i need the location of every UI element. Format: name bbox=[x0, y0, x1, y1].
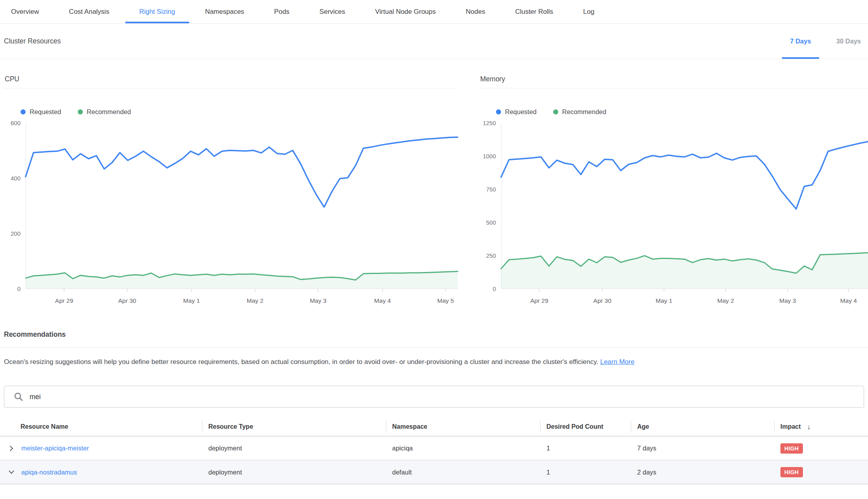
cpu-x-axis-labels: Apr 29Apr 30May 1May 2May 3May 4May 5 bbox=[26, 293, 458, 308]
search-icon bbox=[14, 392, 23, 401]
memory-chart-legend: RequestedRecommended bbox=[496, 108, 868, 116]
y-axis-tick-label: 750 bbox=[486, 186, 496, 193]
legend-label: Requested bbox=[30, 108, 61, 116]
x-axis-tick-label: Apr 30 bbox=[109, 297, 145, 304]
y-axis-tick-label: 0 bbox=[17, 285, 21, 292]
x-axis-tick-label: May 3 bbox=[770, 297, 805, 304]
table-body: meister-apiciqa-meisterdeploymentapiciqa… bbox=[0, 437, 868, 484]
y-axis-tick-label: 200 bbox=[11, 230, 21, 237]
table-header-row: Resource NameResource TypeNamespaceDesir… bbox=[0, 418, 868, 437]
impact-badge: HIGH bbox=[780, 443, 803, 454]
age-cell: 7 days bbox=[631, 437, 774, 460]
impact-badge: HIGH bbox=[780, 467, 803, 477]
y-axis-tick-label: 250 bbox=[486, 252, 496, 259]
legend-label: Requested bbox=[505, 108, 537, 116]
cpu-line-chart bbox=[26, 123, 458, 293]
legend-label: Recommended bbox=[562, 108, 606, 116]
column-header-impact[interactable]: Impact↓ bbox=[774, 418, 868, 435]
cpu-y-axis-labels: 0200400600 bbox=[4, 123, 26, 308]
tab-virtual-node-groups[interactable]: Virtual Node Groups bbox=[360, 0, 451, 23]
charts-row: CPU RequestedRecommended 0200400600 Apr … bbox=[0, 59, 868, 308]
tab-cost-analysis[interactable]: Cost Analysis bbox=[54, 0, 124, 23]
x-axis-tick-label: May 3 bbox=[300, 297, 336, 304]
column-header-desired-pod-count[interactable]: Desired Pod Count bbox=[540, 418, 631, 435]
resource-type-cell: deployment bbox=[202, 437, 386, 460]
search-input[interactable] bbox=[30, 393, 856, 401]
resource-type-cell: deployment bbox=[202, 461, 386, 484]
x-axis-tick-label: Apr 30 bbox=[585, 297, 620, 304]
recommendations-divider bbox=[0, 347, 868, 348]
column-header-age[interactable]: Age bbox=[631, 418, 774, 435]
column-header-label: Desired Pod Count bbox=[546, 423, 603, 430]
namespace-cell: default bbox=[386, 461, 540, 484]
tab-pods[interactable]: Pods bbox=[259, 0, 305, 23]
x-axis-tick-label: May 1 bbox=[646, 297, 682, 304]
sort-descending-icon[interactable]: ↓ bbox=[807, 423, 811, 431]
tab-namespaces[interactable]: Namespaces bbox=[190, 0, 259, 23]
range-option-30-days[interactable]: 30 Days bbox=[836, 24, 861, 59]
cpu-chart-panel: CPU RequestedRecommended 0200400600 Apr … bbox=[4, 59, 458, 308]
column-header-label: Resource Name bbox=[21, 423, 68, 430]
resource-name-link[interactable]: apiqa-nostradamus bbox=[21, 469, 77, 476]
column-header-resource-name[interactable]: Resource Name bbox=[0, 418, 202, 435]
column-header-label: Namespace bbox=[392, 423, 427, 430]
memory-chart-panel: Memory RequestedRecommended 025050075010… bbox=[479, 59, 868, 308]
section-title: Cluster Resources bbox=[4, 37, 61, 45]
column-header-namespace[interactable]: Namespace bbox=[386, 418, 540, 435]
tab-services[interactable]: Services bbox=[305, 0, 360, 23]
legend-item-recommended: Recommended bbox=[78, 108, 131, 116]
recommendations-description-text: Ocean's resizing suggestions will help y… bbox=[4, 358, 598, 366]
namespace-cell: apiciqa bbox=[386, 437, 540, 460]
resource-name-link[interactable]: meister-apiciqa-meister bbox=[21, 445, 89, 452]
x-axis-tick-label: May 5 bbox=[428, 297, 463, 304]
recommended-legend-dot-icon bbox=[553, 109, 558, 114]
impact-cell: HIGH bbox=[774, 461, 868, 484]
legend-label: Recommended bbox=[87, 108, 131, 116]
learn-more-link[interactable]: Learn More bbox=[600, 358, 634, 366]
resource-name-cell: meister-apiciqa-meister bbox=[0, 437, 202, 460]
column-header-label: Age bbox=[637, 423, 649, 430]
y-axis-tick-label: 0 bbox=[493, 285, 496, 292]
legend-item-requested: Requested bbox=[496, 108, 537, 116]
chevron-right-icon[interactable] bbox=[8, 445, 15, 452]
range-option-7-days[interactable]: 7 Days bbox=[790, 24, 811, 59]
memory-chart-title: Memory bbox=[479, 59, 868, 88]
memory-line-chart bbox=[501, 123, 868, 293]
impact-cell: HIGH bbox=[774, 437, 868, 460]
age-cell: 2 days bbox=[631, 461, 774, 484]
x-axis-tick-label: Apr 29 bbox=[46, 297, 82, 304]
recommendations-description: Ocean's resizing suggestions will help y… bbox=[4, 358, 864, 366]
date-range-toggle: 7 Days30 Days bbox=[790, 24, 861, 59]
tab-overview[interactable]: Overview bbox=[0, 0, 54, 23]
requested-legend-dot-icon bbox=[496, 109, 501, 114]
legend-item-recommended: Recommended bbox=[553, 108, 606, 116]
y-axis-tick-label: 600 bbox=[11, 120, 21, 126]
x-axis-tick-label: May 1 bbox=[174, 297, 209, 304]
y-axis-tick-label: 1000 bbox=[483, 153, 496, 159]
table-row[interactable]: apiqa-nostradamusdeploymentdefault12 day… bbox=[0, 461, 868, 484]
y-axis-tick-label: 1250 bbox=[483, 120, 496, 126]
memory-y-axis-labels: 025050075010001250 bbox=[479, 123, 501, 308]
resource-name-cell: apiqa-nostradamus bbox=[0, 461, 202, 484]
tab-nodes[interactable]: Nodes bbox=[451, 0, 500, 23]
cpu-chart-title: CPU bbox=[4, 59, 458, 88]
chevron-down-icon[interactable] bbox=[8, 469, 15, 476]
tab-cluster-rolls[interactable]: Cluster Rolls bbox=[500, 0, 568, 23]
x-axis-tick-label: May 2 bbox=[237, 297, 273, 304]
desired-pod-count-cell: 1 bbox=[540, 461, 631, 484]
x-axis-tick-label: May 2 bbox=[708, 297, 743, 304]
x-axis-tick-label: May 4 bbox=[365, 297, 400, 304]
cpu-chart-legend: RequestedRecommended bbox=[21, 108, 458, 116]
recommendations-title: Recommendations bbox=[4, 330, 868, 339]
tab-bar: OverviewCost AnalysisRight SizingNamespa… bbox=[0, 0, 868, 24]
tab-log[interactable]: Log bbox=[568, 0, 609, 23]
x-axis-tick-label: Apr 29 bbox=[522, 297, 557, 304]
requested-legend-dot-icon bbox=[21, 109, 26, 114]
column-header-label: Resource Type bbox=[208, 423, 253, 430]
resource-search-box[interactable] bbox=[4, 386, 864, 408]
column-header-resource-type[interactable]: Resource Type bbox=[202, 418, 386, 435]
right-sizing-page: OverviewCost AnalysisRight SizingNamespa… bbox=[0, 0, 868, 499]
y-axis-tick-label: 400 bbox=[11, 175, 21, 182]
tab-right-sizing[interactable]: Right Sizing bbox=[124, 0, 190, 23]
table-row[interactable]: meister-apiciqa-meisterdeploymentapiciqa… bbox=[0, 437, 868, 461]
